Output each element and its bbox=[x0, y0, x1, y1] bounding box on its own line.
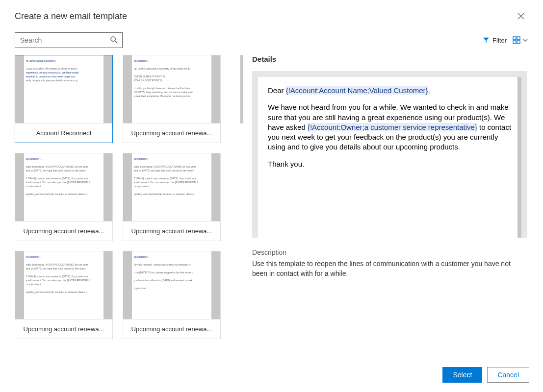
template-card[interactable]: ed customer}, for your renewal. I would … bbox=[123, 251, 221, 339]
description-text: Use this template to reopen the lines of… bbox=[252, 259, 527, 278]
filter-icon bbox=[483, 37, 490, 44]
template-card-label: Account Reconnect bbox=[15, 123, 112, 143]
template-card[interactable]: ed customer}, cially been using (YOUR PR… bbox=[15, 153, 113, 241]
search-input[interactable] bbox=[20, 36, 110, 44]
details-heading: Details bbox=[252, 55, 527, 63]
template-card[interactable]: ed customer}, cially been using (YOUR PR… bbox=[123, 153, 221, 241]
template-preview: Dear {!Account:Account Name;Valued Custo… bbox=[252, 71, 527, 238]
template-thumbnail: ed customer}, cially been using (YOUR PR… bbox=[123, 153, 220, 221]
template-card[interactable]: ed customer}, cially been using (YOUR PR… bbox=[15, 251, 113, 339]
close-button[interactable] bbox=[514, 9, 528, 24]
template-thumbnail: ed customer}, up. I'd like to provide a … bbox=[123, 55, 220, 123]
template-card-label: Upcoming account renewa... bbox=[15, 319, 112, 339]
svg-point-0 bbox=[111, 36, 115, 41]
template-thumbnail: ed customer}, cially been using (YOUR PR… bbox=[15, 251, 112, 319]
gallery-scrollbar[interactable] bbox=[240, 55, 243, 123]
preview-body: We have not heard from you for a while. … bbox=[268, 102, 512, 152]
filter-label: Filter bbox=[492, 37, 507, 44]
dialog-footer: Select Cancel bbox=[0, 357, 543, 392]
preview-closing: Thank you. bbox=[268, 159, 512, 169]
template-card[interactable]: ed customer}, up. I'd like to provide a … bbox=[123, 55, 221, 143]
description-label: Description bbox=[252, 248, 527, 256]
svg-rect-3 bbox=[513, 41, 516, 44]
template-gallery: nt Name;Valued Customer}, o you for a wh… bbox=[15, 55, 240, 351]
template-card-label: Upcoming account renewa... bbox=[123, 123, 220, 143]
preview-scrollbar[interactable] bbox=[517, 77, 521, 238]
cancel-button[interactable]: Cancel bbox=[487, 367, 529, 383]
grid-view-icon bbox=[513, 36, 520, 44]
template-thumbnail: ed customer}, for your renewal. I would … bbox=[123, 251, 220, 319]
template-card-label: Upcoming account renewa... bbox=[15, 221, 112, 241]
view-switcher[interactable] bbox=[513, 36, 528, 44]
svg-rect-4 bbox=[517, 41, 520, 44]
merge-field-account-owner: {!Account:Owner;a customer service repre… bbox=[308, 123, 477, 131]
select-button[interactable]: Select bbox=[442, 367, 482, 383]
filter-button[interactable]: Filter bbox=[483, 37, 507, 44]
close-icon bbox=[517, 13, 524, 20]
template-card-account-reconnect[interactable]: nt Name;Valued Customer}, o you for a wh… bbox=[15, 55, 113, 143]
dialog-title: Create a new email template bbox=[15, 11, 127, 22]
svg-rect-2 bbox=[517, 37, 520, 40]
preview-greeting: Dear {!Account:Account Name;Valued Custo… bbox=[268, 86, 512, 96]
template-thumbnail: ed customer}, cially been using (YOUR PR… bbox=[15, 153, 112, 221]
template-card-label: Upcoming account renewa... bbox=[123, 319, 220, 339]
svg-rect-1 bbox=[513, 37, 516, 40]
search-icon bbox=[110, 36, 117, 45]
template-thumbnail: nt Name;Valued Customer}, o you for a wh… bbox=[15, 55, 112, 123]
chevron-down-icon bbox=[522, 37, 528, 43]
template-card-label: Upcoming account renewa... bbox=[123, 221, 220, 241]
search-box[interactable] bbox=[15, 32, 123, 48]
merge-field-account-name: {!Account:Account Name;Valued Customer} bbox=[286, 86, 428, 95]
